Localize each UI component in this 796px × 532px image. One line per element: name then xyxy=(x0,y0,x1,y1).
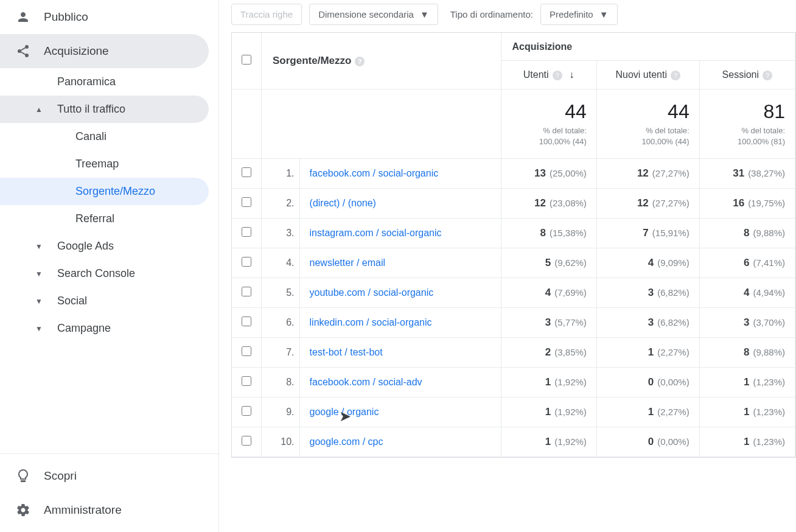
utenti-value: 2 xyxy=(545,346,551,358)
table-row: 8.facebook.com / social-adv1(1,92%)0(0,0… xyxy=(232,368,795,397)
row-checkbox[interactable] xyxy=(242,346,251,356)
sessioni-pct: (7,41%) xyxy=(753,257,785,268)
row-checkbox[interactable] xyxy=(242,287,251,296)
sessioni-value: 1 xyxy=(744,436,749,447)
source-medium-link[interactable]: linkedin.com / social-organic xyxy=(310,317,432,327)
nuovi-pct: (2,27%) xyxy=(657,407,690,417)
sessioni-value: 1 xyxy=(744,406,749,418)
nav-google-ads[interactable]: ▼ Google Ads xyxy=(0,233,209,260)
caret-down-icon: ▼ xyxy=(599,9,609,19)
table-row: 6.linkedin.com / social-organic3(5,77%)3… xyxy=(232,308,795,338)
sessioni-value: 4 xyxy=(744,287,749,298)
button-label: Predefinito xyxy=(550,9,593,19)
sessioni-pct: (1,23%) xyxy=(753,377,785,387)
nav-treemap[interactable]: Treemap xyxy=(0,150,209,178)
source-medium-link[interactable]: newsletter / email xyxy=(310,257,386,268)
sort-type-dropdown[interactable]: Predefinito ▼ xyxy=(540,4,618,25)
sort-type-label: Tipo di ordinamento: xyxy=(450,9,533,19)
caret-down-icon: ▼ xyxy=(35,270,46,278)
row-checkbox[interactable] xyxy=(242,406,251,416)
source-medium-link[interactable]: google.com / cpc xyxy=(310,436,383,447)
nav-acquisizione[interactable]: Acquisizione xyxy=(0,34,209,68)
colgroup-acquisizione: Acquisizione xyxy=(501,33,795,61)
nuovi-pct: (6,82%) xyxy=(657,287,690,298)
nav-label: Google Ads xyxy=(57,240,114,253)
source-medium-link[interactable]: (direct) / (none) xyxy=(310,198,376,208)
nav-canali[interactable]: Canali xyxy=(0,123,209,150)
nav-label: Amministratore xyxy=(44,503,122,517)
source-medium-link[interactable]: facebook.com / social-organic xyxy=(310,168,439,178)
row-index: 6. xyxy=(262,308,300,338)
button-label: Traccia righe xyxy=(240,9,293,19)
nav-amministratore[interactable]: Amministratore xyxy=(0,493,209,527)
svg-point-0 xyxy=(25,45,29,49)
col-nuovi-utenti[interactable]: Nuovi utenti? xyxy=(596,61,699,89)
utenti-pct: (3,85%) xyxy=(554,347,587,357)
utenti-pct: (25,00%) xyxy=(550,168,587,178)
select-all-checkbox[interactable] xyxy=(242,55,251,65)
total-utenti: 44 xyxy=(511,100,587,123)
row-index: 4. xyxy=(262,248,300,278)
row-checkbox[interactable] xyxy=(242,197,251,207)
nuovi-pct: (2,27%) xyxy=(657,347,690,357)
secondary-dimension-dropdown[interactable]: Dimensione secondaria ▼ xyxy=(309,4,438,25)
nav-social[interactable]: ▼ Social xyxy=(0,287,209,315)
table-row: 10.google.com / cpc1(1,92%)0(0,00%)1(1,2… xyxy=(232,427,795,457)
caret-down-icon: ▼ xyxy=(420,9,429,19)
nav-label: Referral xyxy=(75,212,114,225)
utenti-value: 1 xyxy=(545,436,551,447)
nav-panoramica[interactable]: Panoramica xyxy=(0,68,209,96)
source-medium-link[interactable]: facebook.com / social-adv xyxy=(310,377,422,387)
row-checkbox[interactable] xyxy=(242,257,251,267)
help-icon[interactable]: ? xyxy=(355,57,365,66)
utenti-pct: (1,92%) xyxy=(554,436,587,447)
source-medium-link[interactable]: youtube.com / social-organic xyxy=(310,287,434,298)
nav-label: Scopri xyxy=(44,469,77,483)
help-icon[interactable]: ? xyxy=(671,71,680,80)
nav-search-console[interactable]: ▼ Search Console xyxy=(0,260,209,287)
nav-pubblico[interactable]: Pubblico xyxy=(0,0,209,34)
row-index: 7. xyxy=(262,338,300,368)
help-icon[interactable]: ? xyxy=(553,71,562,80)
nuovi-value: 1 xyxy=(648,346,654,358)
total-sessioni: 81 xyxy=(710,100,785,123)
svg-line-4 xyxy=(21,52,26,55)
utenti-value: 1 xyxy=(545,376,551,388)
row-checkbox[interactable] xyxy=(242,376,251,386)
table-row: 4.newsletter / email5(9,62%)4(9,09%)6(7,… xyxy=(232,248,795,278)
col-sorgente-mezzo[interactable]: Sorgente/Mezzo? xyxy=(262,33,501,89)
gear-icon xyxy=(15,502,32,519)
row-index: 8. xyxy=(262,368,300,397)
row-checkbox[interactable] xyxy=(242,436,251,446)
nuovi-pct: (9,09%) xyxy=(657,257,690,268)
nav-campagne[interactable]: ▼ Campagne xyxy=(0,315,209,342)
nav-scopri[interactable]: Scopri xyxy=(0,459,209,493)
nuovi-pct: (0,00%) xyxy=(657,436,690,447)
nav-sorgente-mezzo[interactable]: Sorgente/Mezzo xyxy=(0,178,209,205)
nav-tutto-traffico[interactable]: ▲ Tutto il traffico xyxy=(0,96,209,123)
nuovi-value: 3 xyxy=(648,287,654,298)
data-table: Sorgente/Mezzo? Acquisizione Utenti?↓ Nu… xyxy=(231,32,796,458)
sessioni-value: 8 xyxy=(744,346,749,358)
person-icon xyxy=(15,9,32,26)
help-icon[interactable]: ? xyxy=(763,71,772,80)
nav-label: Pubblico xyxy=(44,10,88,24)
nuovi-pct: (27,27%) xyxy=(652,198,690,208)
row-checkbox[interactable] xyxy=(242,317,251,326)
nav-label: Social xyxy=(57,295,87,307)
col-utenti[interactable]: Utenti?↓ xyxy=(501,61,596,89)
row-checkbox[interactable] xyxy=(242,167,251,177)
col-sessioni[interactable]: Sessioni? xyxy=(699,61,795,89)
nav-label: Campagne xyxy=(57,322,111,335)
main: Traccia righe Dimensione secondaria ▼ Ti… xyxy=(219,0,796,532)
sidebar: Pubblico Acquisizione Panoramica ▲ Tutto… xyxy=(0,0,219,532)
nav-referral[interactable]: Referral xyxy=(0,205,209,233)
source-medium-link[interactable]: google / organic xyxy=(310,407,379,417)
source-medium-link[interactable]: instagram.com / social-organic xyxy=(310,228,442,238)
source-medium-link[interactable]: test-bot / test-bot xyxy=(310,347,383,357)
utenti-pct: (23,08%) xyxy=(550,198,587,208)
plot-rows-button[interactable]: Traccia righe xyxy=(231,4,302,25)
nav-label: Tutto il traffico xyxy=(57,103,125,116)
nav-label: Search Console xyxy=(57,267,135,280)
row-checkbox[interactable] xyxy=(242,227,251,237)
